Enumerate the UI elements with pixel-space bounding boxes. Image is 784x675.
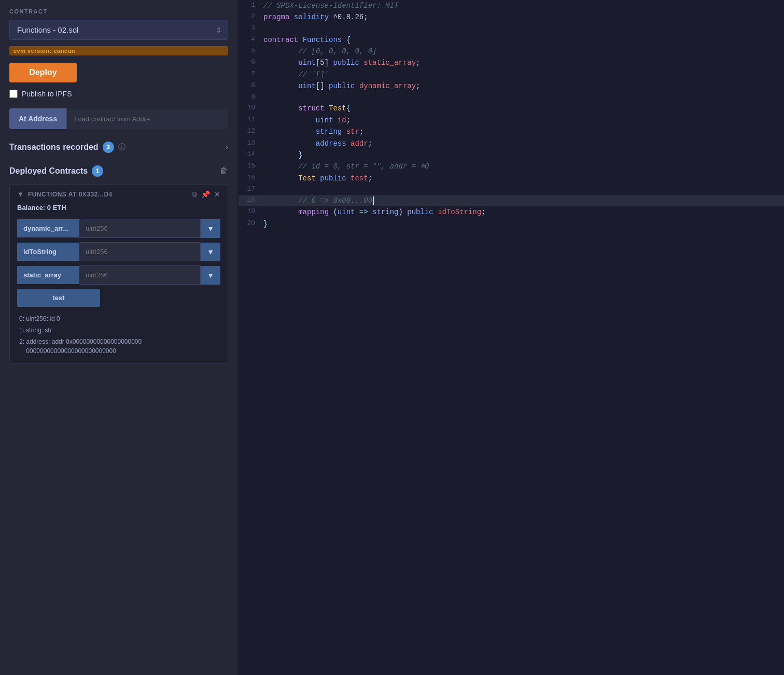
test-result-0: 0: uint256: id 0 xyxy=(19,314,220,324)
transactions-expand-icon[interactable]: › xyxy=(226,143,228,152)
plain-token xyxy=(342,36,346,44)
line-content: // id = 0, str = "", addr = ≙0 xyxy=(263,161,784,172)
comment-token: // SPDX-License-Identifier: MIT xyxy=(263,2,398,10)
test-button[interactable]: test xyxy=(17,289,100,307)
contract-select-wrapper: Functions - 02.sol ⇕ xyxy=(9,20,228,40)
code-line: 14 } xyxy=(239,149,784,161)
line-content: // [0, 0, 0, 0, 0] xyxy=(263,46,784,57)
static-array-button[interactable]: static_array xyxy=(17,266,79,284)
copy-address-icon[interactable]: ⧉ xyxy=(192,190,197,199)
line-number: 10 xyxy=(239,103,263,114)
kw2-token: public xyxy=(320,174,346,182)
plain-token: [] xyxy=(316,82,329,90)
contract-section-label: CONTRACT xyxy=(9,8,228,15)
id-to-string-input[interactable] xyxy=(79,242,201,261)
transactions-count-badge: 3 xyxy=(103,142,114,153)
transactions-row: Transactions recorded 3 ⓘ › xyxy=(9,142,228,153)
line-content: } xyxy=(263,218,784,230)
var-name-token: idToString xyxy=(438,208,481,216)
var-name-token: static_array xyxy=(363,59,416,67)
line-number: 4 xyxy=(239,34,263,45)
plain-token: [5] xyxy=(316,59,333,67)
line-content: contract Functions { xyxy=(263,34,784,46)
instance-collapse-icon[interactable]: ▼ xyxy=(17,190,24,198)
close-contract-icon[interactable]: ✕ xyxy=(214,190,220,199)
kw2-token: address xyxy=(316,139,346,148)
plain-token: ; xyxy=(368,139,372,148)
line-number: 18 xyxy=(239,195,263,206)
dynamic-array-input[interactable] xyxy=(79,219,201,238)
code-line: 12 string str; xyxy=(239,126,784,137)
plain-token: ) xyxy=(399,208,408,216)
dynamic-array-button[interactable]: dynamic_arr... xyxy=(17,219,79,237)
type-token: Test xyxy=(329,104,346,112)
code-line: 20} xyxy=(239,218,784,230)
kw-token: contract xyxy=(263,36,298,44)
code-line: 11 uint id; xyxy=(239,115,784,126)
var-name-token: test xyxy=(351,174,368,182)
line-number: 17 xyxy=(239,184,263,195)
line-content: // SPDX-License-Identifier: MIT xyxy=(263,0,784,11)
plain-token xyxy=(263,174,298,182)
plain-token xyxy=(263,208,298,216)
line-number: 20 xyxy=(239,218,263,229)
pin-contract-icon[interactable]: 📌 xyxy=(201,190,210,199)
plain-token: ; xyxy=(368,174,372,182)
kw-token: pragma xyxy=(263,13,289,21)
code-line: 15 // id = 0, str = "", addr = ≙0 xyxy=(239,161,784,172)
test-results: 0: uint256: id 0 1: string: str 2: addre… xyxy=(17,314,220,356)
plain-token xyxy=(263,104,298,112)
deploy-button[interactable]: Deploy xyxy=(9,63,77,82)
publish-ipfs-label: Publish to IPFS xyxy=(22,90,72,98)
plain-token: ; xyxy=(416,59,420,67)
line-number: 8 xyxy=(239,80,263,91)
kw2-token: public xyxy=(333,59,359,67)
code-line: 19 mapping (uint => string) public idToS… xyxy=(239,206,784,218)
plain-token: ; xyxy=(346,116,351,124)
at-address-button[interactable]: At Address xyxy=(9,108,66,129)
static-array-input[interactable] xyxy=(79,265,201,285)
id-to-string-function: idToString ▼ xyxy=(17,242,220,261)
code-line: 1// SPDX-License-Identifier: MIT xyxy=(239,0,784,11)
clear-contracts-icon[interactable]: 🗑 xyxy=(220,166,228,176)
plain-token xyxy=(368,208,372,216)
deployed-contracts-header: Deployed Contracts 1 🗑 xyxy=(9,165,228,177)
plain-token xyxy=(355,208,359,216)
plain-token xyxy=(342,128,346,136)
kw2-token: solidity xyxy=(294,13,329,21)
kw-token: struct xyxy=(298,104,324,112)
balance-row: Balance: 0 ETH xyxy=(17,204,220,212)
plain-token xyxy=(263,128,316,136)
line-number: 14 xyxy=(239,149,263,160)
line-content: pragma solidity ^0.8.26; xyxy=(263,11,784,23)
at-address-row: At Address xyxy=(9,108,228,129)
plain-token xyxy=(298,36,302,44)
line-content: mapping (uint => string) public idToStri… xyxy=(263,206,784,218)
publish-ipfs-row: Publish to IPFS xyxy=(9,90,228,98)
code-line: 4contract Functions { xyxy=(239,34,784,46)
transactions-info-icon[interactable]: ⓘ xyxy=(118,143,125,152)
dynamic-array-expand-icon[interactable]: ▼ xyxy=(201,219,220,238)
deployed-contracts-title: Deployed Contracts xyxy=(9,166,88,176)
static-array-expand-icon[interactable]: ▼ xyxy=(201,266,220,285)
id-to-string-expand-icon[interactable]: ▼ xyxy=(201,243,220,261)
plain-token xyxy=(346,139,351,148)
line-number: 1 xyxy=(239,0,263,11)
code-line: 9 xyxy=(239,92,784,103)
kw2-token: public xyxy=(407,208,433,216)
line-number: 19 xyxy=(239,206,263,217)
at-address-input[interactable] xyxy=(66,108,228,129)
plain-token: ; xyxy=(416,82,420,90)
comment-token: // 0 => 0x00...00 xyxy=(263,196,372,205)
id-to-string-button[interactable]: idToString xyxy=(17,243,79,261)
comment-token: // '[]' xyxy=(263,71,329,79)
kw2-token: string xyxy=(316,128,342,136)
var-name-token: id xyxy=(338,116,346,124)
contract-instance: ▼ FUNCTIONS AT 0X332...D4 ⧉ 📌 ✕ Balance:… xyxy=(9,184,228,363)
code-editor[interactable]: 1// SPDX-License-Identifier: MIT2pragma … xyxy=(239,0,784,675)
contract-select[interactable]: Functions - 02.sol xyxy=(9,20,228,40)
publish-ipfs-checkbox[interactable] xyxy=(9,90,18,98)
deployed-contracts-count-badge: 1 xyxy=(92,165,103,177)
instance-actions: ⧉ 📌 ✕ xyxy=(192,190,220,199)
op-token: { xyxy=(346,104,351,112)
